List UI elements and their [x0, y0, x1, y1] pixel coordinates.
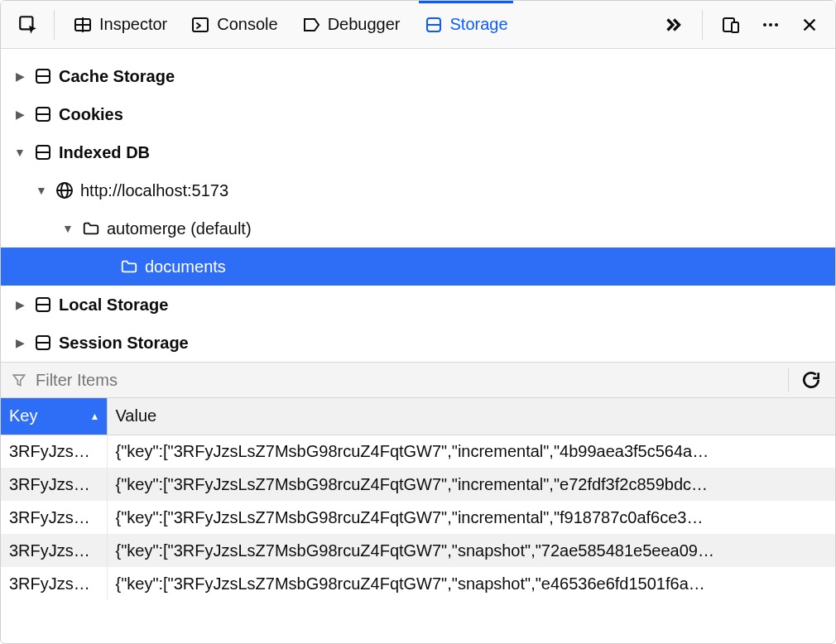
svg-point-10 [769, 23, 772, 26]
toolbar-separator [54, 10, 55, 40]
tree-cache-storage[interactable]: ▶ Cache Storage [1, 57, 835, 95]
table-row[interactable]: 3RFyJzs…{"key":["3RFyJzsLsZ7MsbG98rcuZ4F… [1, 567, 835, 600]
debugger-icon [301, 15, 321, 35]
kebab-menu-button[interactable] [752, 15, 789, 35]
chevron-right-icon: ▶ [12, 108, 27, 121]
svg-point-11 [775, 23, 778, 26]
close-icon [800, 16, 819, 34]
chevron-right-icon: ▶ [12, 336, 27, 349]
column-header-label: Key [9, 406, 37, 425]
tab-label: Console [217, 15, 277, 34]
filter-bar [1, 362, 835, 398]
console-icon [190, 15, 210, 35]
filter-icon [11, 372, 27, 388]
table-header-row: Key ▲ Value [1, 398, 835, 435]
storage-icon [424, 15, 444, 35]
responsive-icon [721, 15, 741, 35]
tree-local-storage[interactable]: ▶ Local Storage [1, 286, 835, 324]
cell-key: 3RFyJzs… [1, 534, 107, 567]
tab-label: Storage [450, 15, 508, 34]
tree-label: automerge (default) [107, 219, 252, 238]
storage-category-icon [32, 104, 54, 124]
toolbar-separator [788, 368, 789, 392]
table-row[interactable]: 3RFyJzs…{"key":["3RFyJzsLsZ7MsbG98rcuZ4F… [1, 435, 835, 468]
filter-input[interactable] [36, 371, 780, 390]
refresh-button[interactable] [797, 366, 825, 394]
cell-key: 3RFyJzs… [1, 567, 107, 600]
tab-console[interactable]: Console [179, 1, 289, 48]
chevron-down-icon: ▼ [60, 222, 75, 235]
globe-icon [54, 180, 75, 200]
storage-category-icon [32, 295, 54, 315]
pick-element-button[interactable] [9, 1, 47, 48]
sort-asc-icon: ▲ [90, 411, 100, 422]
tree-label: Cache Storage [59, 67, 175, 86]
tree-label: documents [145, 257, 226, 276]
tab-label: Debugger [328, 15, 401, 34]
column-header-key[interactable]: Key ▲ [1, 398, 107, 435]
tab-debugger[interactable]: Debugger [290, 1, 412, 48]
storage-category-icon [32, 333, 54, 353]
devtools-toolbar: Inspector Console Debugger Storage [1, 1, 835, 49]
cell-value: {"key":["3RFyJzsLsZ7MsbG98rcuZ4FqtGW7","… [107, 435, 835, 468]
tree-session-storage[interactable]: ▶ Session Storage [1, 324, 835, 362]
table-row[interactable]: 3RFyJzs…{"key":["3RFyJzsLsZ7MsbG98rcuZ4F… [1, 501, 835, 534]
cell-key: 3RFyJzs… [1, 435, 107, 468]
chevron-down-icon: ▼ [12, 146, 27, 159]
tree-label: http://localhost:5173 [80, 181, 228, 200]
table-body: 3RFyJzs…{"key":["3RFyJzsLsZ7MsbG98rcuZ4F… [1, 435, 835, 600]
column-header-value[interactable]: Value [107, 398, 835, 435]
tab-inspector[interactable]: Inspector [61, 1, 179, 48]
chevron-down-icon: ▼ [34, 184, 49, 197]
refresh-icon [800, 369, 822, 391]
cell-value: {"key":["3RFyJzsLsZ7MsbG98rcuZ4FqtGW7","… [107, 468, 835, 501]
cell-value: {"key":["3RFyJzsLsZ7MsbG98rcuZ4FqtGW7","… [107, 567, 835, 600]
tree-indexed-db[interactable]: ▼ Indexed DB [1, 133, 835, 171]
chevron-right-icon: ▶ [12, 70, 27, 83]
inspector-icon [73, 15, 93, 35]
tree-label: Cookies [59, 105, 123, 124]
chevron-right-icon: ▶ [12, 298, 27, 311]
cell-value: {"key":["3RFyJzsLsZ7MsbG98rcuZ4FqtGW7","… [107, 534, 835, 567]
storage-category-icon [32, 142, 54, 162]
storage-category-icon [32, 66, 54, 86]
tree-label: Local Storage [59, 296, 168, 315]
toolbar-separator [702, 10, 703, 40]
close-devtools-button[interactable] [792, 16, 827, 34]
storage-tree: ▶ Cache Storage ▶ Cookies ▼ Indexed DB ▼… [1, 49, 835, 362]
tree-label: Indexed DB [59, 143, 150, 162]
folder-icon [80, 219, 102, 238]
cell-key: 3RFyJzs… [1, 501, 107, 534]
cell-value: {"key":["3RFyJzsLsZ7MsbG98rcuZ4FqtGW7","… [107, 501, 835, 534]
toolbar-right-group [654, 10, 827, 40]
tree-idb-objectstore-documents[interactable]: ▶ documents [1, 248, 835, 286]
tab-label: Inspector [99, 15, 167, 34]
tree-cookies[interactable]: ▶ Cookies [1, 95, 835, 133]
folder-icon [118, 257, 140, 276]
tree-label: Session Storage [59, 334, 189, 353]
svg-rect-8 [732, 22, 738, 32]
responsive-design-button[interactable] [713, 15, 749, 35]
chevron-double-right-icon [662, 14, 684, 36]
storage-table: Key ▲ Value 3RFyJzs…{"key":["3RFyJzsLsZ7… [1, 398, 835, 600]
tab-storage[interactable]: Storage [412, 1, 520, 48]
tree-idb-database[interactable]: ▼ automerge (default) [1, 209, 835, 248]
table-row[interactable]: 3RFyJzs…{"key":["3RFyJzsLsZ7MsbG98rcuZ4F… [1, 534, 835, 567]
svg-point-9 [763, 23, 766, 26]
pick-element-icon [17, 14, 39, 36]
tree-idb-origin[interactable]: ▼ http://localhost:5173 [1, 171, 835, 209]
column-header-label: Value [116, 406, 157, 425]
overflow-tabs-button[interactable] [654, 14, 692, 36]
cell-key: 3RFyJzs… [1, 468, 107, 501]
table-row[interactable]: 3RFyJzs…{"key":["3RFyJzsLsZ7MsbG98rcuZ4F… [1, 468, 835, 501]
kebab-icon [761, 15, 781, 35]
